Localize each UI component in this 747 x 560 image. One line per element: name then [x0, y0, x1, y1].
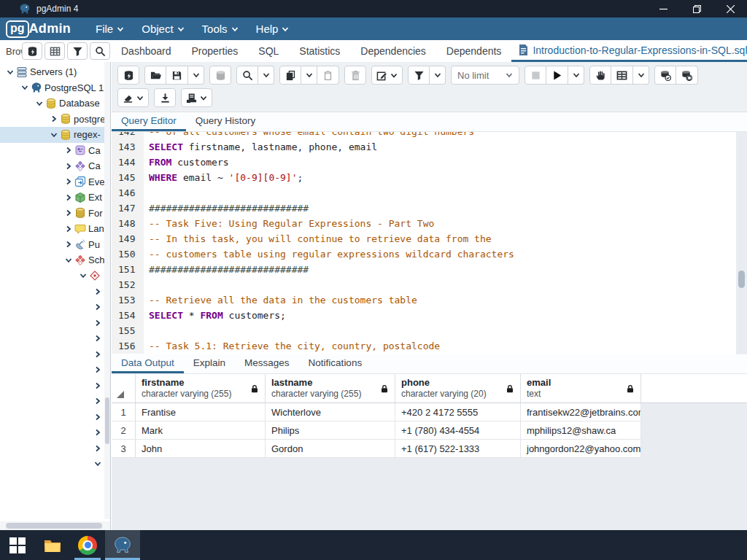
tree-item[interactable] — [0, 394, 110, 410]
tree-item[interactable] — [0, 284, 110, 300]
chevron-right-icon[interactable] — [93, 303, 102, 311]
tab-query-editor[interactable]: Query Editor — [112, 112, 186, 131]
table-cell[interactable]: Frantise — [136, 403, 266, 421]
chevron-down-icon[interactable] — [50, 131, 58, 139]
tab-sql[interactable]: SQL — [248, 40, 289, 62]
chevron-down-button[interactable] — [633, 66, 649, 85]
tab-dependencies[interactable]: Dependencies — [350, 40, 436, 62]
tree-item-for[interactable]: For — [0, 206, 110, 222]
tree-item-servers-1[interactable]: Servers (1) — [0, 64, 110, 80]
menu-file[interactable]: File — [87, 18, 133, 40]
sidebar-vertical-scrollbar[interactable] — [104, 62, 110, 519]
chevron-down-icon[interactable] — [79, 271, 88, 280]
edit-button[interactable] — [371, 66, 403, 85]
tree-item-eve[interactable]: Eve — [0, 174, 110, 190]
column-header-phone[interactable]: phonecharacter varying (20) — [395, 374, 521, 402]
table-cell[interactable]: mphilips12@shaw.ca — [521, 421, 641, 439]
chevron-down-button[interactable] — [258, 66, 274, 85]
restore-button[interactable] — [680, 0, 713, 18]
column-header-lastname[interactable]: lastnamecharacter varying (255) — [266, 374, 395, 402]
open-file-button[interactable] — [144, 66, 166, 85]
tab-query-history[interactable]: Query History — [186, 112, 266, 131]
chevron-right-icon[interactable] — [93, 397, 102, 405]
chevron-right-icon[interactable] — [93, 350, 102, 359]
chevron-right-icon[interactable] — [50, 114, 58, 123]
commit-button[interactable] — [654, 66, 676, 85]
tree-item-lan[interactable]: Lan — [0, 221, 110, 237]
chevron-right-icon[interactable] — [64, 162, 73, 171]
tab-messages[interactable]: Messages — [235, 354, 299, 373]
tree-item-ca[interactable]: Ca — [0, 158, 110, 174]
tree-item-database[interactable]: Database — [0, 96, 110, 112]
row-number[interactable]: 2 — [112, 421, 136, 439]
copy-button[interactable] — [279, 66, 301, 85]
table-row[interactable]: 2MarkPhilips+1 (780) 434-4554mphilips12@… — [112, 421, 641, 440]
minimize-button[interactable] — [646, 0, 680, 18]
tab-properties[interactable]: Properties — [182, 40, 249, 62]
hand-button[interactable] — [589, 66, 611, 85]
tree-item[interactable] — [0, 409, 110, 425]
chevron-right-icon[interactable] — [93, 287, 102, 296]
chevron-down-button[interactable] — [301, 66, 317, 85]
table-cell[interactable]: +1 (617) 522-1333 — [395, 440, 521, 457]
column-header-email[interactable]: emailtext — [521, 374, 641, 402]
tree-item[interactable] — [0, 440, 110, 456]
download-button[interactable] — [154, 88, 176, 107]
grid-edit-button[interactable] — [611, 66, 633, 85]
table-cell[interactable]: Philips — [266, 421, 395, 439]
eraser-button[interactable] — [117, 88, 149, 107]
macro-button[interactable] — [181, 88, 212, 107]
tree-item[interactable] — [0, 425, 110, 441]
tree-item[interactable] — [0, 456, 110, 472]
tab-data-output[interactable]: Data Output — [112, 354, 184, 373]
table-cell[interactable]: John — [136, 440, 266, 457]
tab-notifications[interactable]: Notifications — [299, 354, 372, 373]
filter-button[interactable] — [67, 42, 88, 60]
tree-item-ca[interactable]: Ca — [0, 143, 110, 159]
chevron-down-icon[interactable] — [20, 83, 29, 92]
chevron-down-icon[interactable] — [64, 256, 73, 265]
chevron-down-icon[interactable] — [93, 459, 102, 468]
tree-item[interactable] — [0, 331, 110, 347]
chevron-down-button[interactable] — [188, 66, 204, 85]
tree-item-postgre[interactable]: postgre — [0, 112, 110, 128]
menu-tools[interactable]: Tools — [193, 18, 247, 40]
tree-item[interactable] — [0, 362, 110, 378]
chevron-right-icon[interactable] — [64, 209, 73, 217]
editor-vertical-scrollbar[interactable] — [736, 132, 747, 354]
sql-code-editor[interactable]: 142-- of all customers whose email conta… — [112, 132, 747, 354]
tree-item-regex[interactable]: regex- — [0, 127, 110, 143]
table-cell[interactable]: +420 2 4172 5555 — [395, 403, 521, 421]
row-number[interactable]: 3 — [112, 440, 136, 457]
chevron-down-icon[interactable] — [35, 99, 44, 108]
object-explorer-button[interactable] — [22, 42, 42, 60]
play-button[interactable] — [546, 66, 568, 85]
chevron-right-icon[interactable] — [93, 413, 102, 421]
chevron-right-icon[interactable] — [64, 193, 73, 202]
taskbar-item-chrome[interactable] — [70, 530, 105, 560]
tree-item[interactable] — [0, 346, 110, 362]
save-button[interactable] — [166, 66, 188, 85]
tree-item[interactable] — [0, 315, 110, 331]
chevron-right-icon[interactable] — [93, 381, 102, 390]
chevron-right-icon[interactable] — [93, 319, 102, 327]
tab-dependents[interactable]: Dependents — [436, 40, 512, 62]
taskbar-item-pgadmin[interactable] — [105, 530, 140, 560]
sidebar-horizontal-scrollbar[interactable] — [0, 521, 111, 530]
chevron-right-icon[interactable] — [64, 240, 73, 249]
tab-sql-file[interactable]: Introduction-to-Regular-Expressions-in-S… — [511, 40, 747, 62]
chevron-down-button[interactable] — [430, 66, 446, 85]
tree-item[interactable] — [0, 378, 110, 394]
table-cell[interactable]: +1 (780) 434-4554 — [395, 421, 521, 439]
tab-dashboard[interactable]: Dashboard — [111, 40, 182, 62]
search-button[interactable] — [236, 66, 258, 85]
table-row[interactable]: 3JohnGordon+1 (617) 522-1333johngordon22… — [112, 440, 641, 458]
tree-item-ext[interactable]: Ext — [0, 190, 110, 206]
chevron-right-icon[interactable] — [93, 428, 102, 437]
chevron-down-icon[interactable] — [6, 68, 15, 77]
tree-item-postgresql-1[interactable]: PostgreSQL 1 — [0, 80, 110, 96]
row-limit-select[interactable]: No limit — [451, 66, 519, 85]
query-tool-button[interactable] — [117, 66, 139, 85]
chevron-right-icon[interactable] — [64, 177, 73, 186]
select-all-corner[interactable] — [112, 374, 136, 402]
